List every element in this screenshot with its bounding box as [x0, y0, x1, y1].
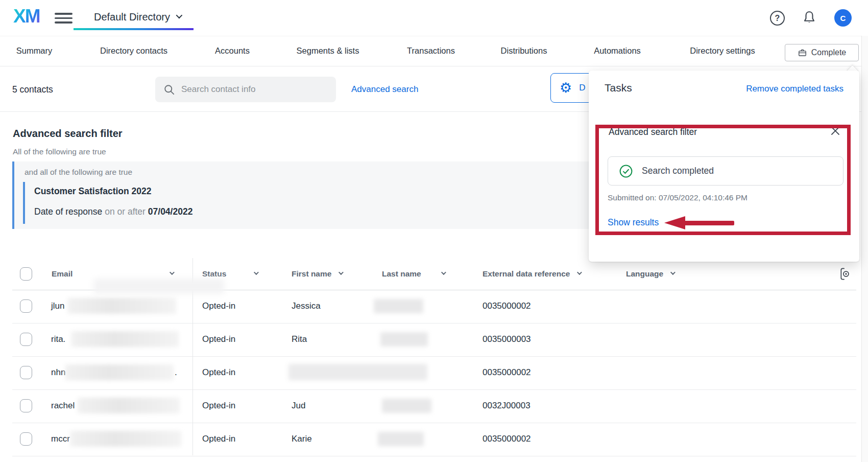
task-close-button[interactable]	[830, 126, 840, 136]
redacted-blur	[70, 431, 181, 447]
filter-section-title: Advanced search filter	[13, 128, 123, 140]
chevron-down-icon[interactable]	[254, 270, 259, 275]
right-gutter	[861, 36, 868, 462]
redacted-blur	[380, 332, 428, 346]
tab-automations[interactable]: Automations	[594, 36, 641, 66]
cell-external-ref: 0035000003	[483, 334, 531, 344]
table-row[interactable]: mccr Opted-in Karie 0035000002	[12, 423, 856, 456]
avatar[interactable]: C	[834, 9, 852, 27]
avatar-initial: C	[840, 14, 846, 22]
tab-directory-contacts[interactable]: Directory contacts	[100, 36, 167, 66]
task-status-label: Search completed	[642, 166, 714, 176]
chevron-down-icon[interactable]	[441, 270, 446, 275]
tasks-popup: Tasks Remove completed tasks Advanced se…	[589, 71, 859, 262]
cell-first-name: Jessica	[292, 301, 321, 311]
cell-status: Opted-in	[202, 401, 235, 411]
gear-icon: ⚙	[560, 81, 572, 95]
cell-email-prefix: mccr	[51, 434, 70, 444]
redacted-blur	[382, 399, 431, 413]
contact-search-box[interactable]	[155, 77, 336, 102]
filter-date-field: Date of response	[34, 206, 102, 217]
directory-settings-button-label: D	[579, 83, 585, 93]
row-checkbox[interactable]	[20, 333, 32, 346]
tab-segments-lists[interactable]: Segments & lists	[297, 36, 359, 66]
hamburger-menu-icon[interactable]	[55, 13, 73, 24]
column-header-language[interactable]: Language	[626, 269, 674, 279]
tab-summary[interactable]: Summary	[16, 36, 53, 66]
cell-external-ref: 0035000002	[483, 367, 531, 378]
cell-email-prefix: rita.	[51, 334, 65, 344]
row-checkbox[interactable]	[20, 399, 32, 412]
column-settings-button[interactable]	[839, 267, 851, 283]
bell-icon	[802, 10, 817, 25]
cell-external-ref: 0035000002	[483, 301, 531, 311]
redacted-blur	[71, 331, 179, 347]
complete-button-label: Complete	[811, 48, 846, 57]
column-header-first-name[interactable]: First name	[292, 269, 342, 279]
row-checkbox[interactable]	[20, 299, 32, 313]
briefcase-icon	[798, 48, 807, 58]
filter-date-condition: Date of response on or after 07/04/2022	[34, 206, 192, 217]
tab-directory-settings[interactable]: Directory settings	[690, 36, 755, 66]
row-checkbox[interactable]	[20, 366, 32, 379]
column-header-external-ref[interactable]: External data reference	[483, 269, 581, 279]
close-icon	[830, 126, 840, 136]
cell-first-name: Jud	[292, 401, 305, 411]
cell-email-prefix: jlun	[51, 301, 64, 311]
cell-status: Opted-in	[202, 334, 235, 344]
select-all-checkbox[interactable]	[20, 267, 32, 281]
column-header-last-name[interactable]: Last name	[382, 269, 445, 279]
notifications-button[interactable]	[802, 10, 817, 27]
redacted-blur	[94, 279, 224, 294]
column-settings-icon	[839, 267, 851, 281]
chevron-down-icon[interactable]	[670, 270, 676, 275]
active-tab-underline	[74, 28, 194, 30]
table-row[interactable]: jlun Opted-in Jessica 0035000002	[12, 290, 856, 324]
task-submitted-timestamp: Submitted on: 07/05/2022, 04:10:46 PM	[608, 193, 748, 202]
task-status-box: Search completed	[608, 156, 843, 186]
redacted-blur	[374, 299, 423, 313]
question-icon: ?	[775, 14, 780, 23]
tab-accounts[interactable]: Accounts	[215, 36, 250, 66]
xm-directory-page: XM Default Directory ? C Summary Directo…	[0, 0, 868, 462]
redacted-blur	[78, 398, 180, 413]
tab-transactions[interactable]: Transactions	[407, 36, 455, 66]
cell-email-prefix: rachel	[51, 401, 75, 411]
show-results-link[interactable]: Show results	[608, 217, 659, 228]
tab-distributions[interactable]: Distributions	[501, 36, 547, 66]
advanced-search-link[interactable]: Advanced search	[351, 84, 418, 95]
filter-root-condition: All of the following are true	[13, 147, 106, 156]
check-circle-icon	[619, 165, 633, 178]
search-icon	[163, 84, 175, 96]
column-header-email[interactable]: Email	[52, 269, 173, 279]
filter-date-operator: on or after	[105, 206, 146, 217]
filter-group-condition: and all of the following are true	[25, 168, 132, 177]
cell-status: Opted-in	[202, 434, 235, 444]
chevron-down-icon[interactable]	[577, 270, 582, 275]
chevron-down-icon[interactable]	[170, 270, 175, 275]
contacts-count: 5 contacts	[12, 84, 53, 95]
help-button[interactable]: ?	[770, 11, 785, 26]
redacted-blur	[288, 364, 427, 380]
task-name: Advanced search filter	[609, 127, 697, 137]
column-header-status[interactable]: Status	[202, 269, 257, 279]
row-checkbox[interactable]	[20, 432, 32, 446]
search-input[interactable]	[181, 84, 319, 95]
chevron-down-icon	[176, 12, 182, 19]
table-row[interactable]: nhn . Opted-in 0035000002	[12, 357, 856, 390]
redacted-blur	[378, 432, 424, 446]
table-row[interactable]: rita. Opted-in Rita 0035000003	[12, 324, 856, 357]
filter-date-value: 07/04/2022	[148, 206, 193, 217]
table-row[interactable]: rachel Opted-in Jud 0032J00003	[12, 390, 856, 423]
cell-first-name: Rita	[292, 334, 307, 344]
complete-button[interactable]: Complete	[785, 44, 859, 61]
chevron-down-icon[interactable]	[339, 270, 344, 275]
cell-external-ref: 0032J00003	[483, 401, 531, 411]
cell-status: Opted-in	[202, 301, 235, 311]
table-header: Email Status First name Last name Extern…	[12, 258, 856, 290]
directory-picker-label: Default Directory	[94, 11, 170, 23]
redacted-blur	[65, 364, 174, 380]
remove-completed-tasks-link[interactable]: Remove completed tasks	[746, 84, 843, 94]
directory-picker[interactable]: Default Directory	[94, 11, 181, 23]
redacted-blur	[68, 298, 176, 314]
